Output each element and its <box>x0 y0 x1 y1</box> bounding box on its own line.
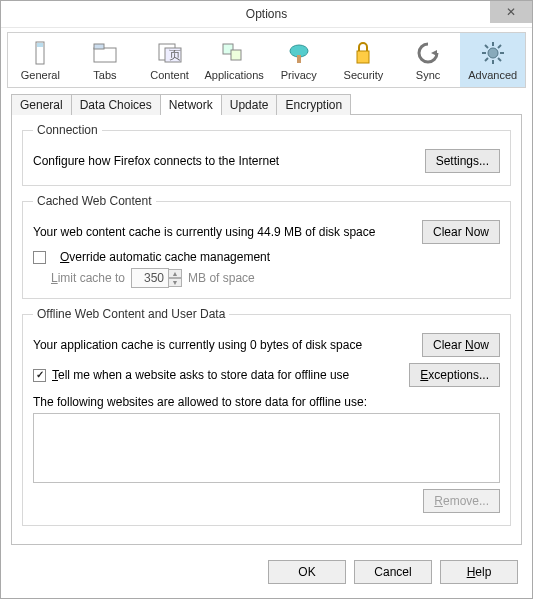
subtab-encryption[interactable]: Encryption <box>276 94 351 115</box>
offline-group: Offline Web Content and User Data Your a… <box>22 307 511 526</box>
cat-applications-label: Applications <box>204 69 265 81</box>
spin-down[interactable]: ▼ <box>168 278 182 287</box>
svg-rect-3 <box>94 44 104 49</box>
sync-icon <box>398 39 459 67</box>
limit-cache-input[interactable] <box>131 268 169 288</box>
connection-settings-button[interactable]: Settings... <box>425 149 500 173</box>
svg-point-13 <box>488 48 498 58</box>
svg-rect-1 <box>37 43 43 47</box>
cat-privacy[interactable]: Privacy <box>267 33 332 87</box>
subtab-network[interactable]: Network <box>160 94 222 115</box>
allowed-sites-listbox[interactable] <box>33 413 500 483</box>
cat-sync-label: Sync <box>398 69 459 81</box>
privacy-icon <box>269 39 330 67</box>
cat-advanced-label: Advanced <box>462 69 523 81</box>
general-icon <box>10 39 71 67</box>
cat-advanced[interactable]: Advanced <box>460 33 525 87</box>
titlebar: Options ✕ <box>1 1 532 28</box>
cache-usage-text: Your web content cache is currently usin… <box>33 225 375 239</box>
exceptions-button[interactable]: Exceptions... <box>409 363 500 387</box>
content-icon: 页 <box>139 39 200 67</box>
dialog-footer: OK Cancel Help <box>1 546 532 598</box>
advanced-network-panel: Connection Configure how Firefox connect… <box>11 114 522 545</box>
help-button[interactable]: Help <box>440 560 518 584</box>
cat-security[interactable]: Security <box>331 33 396 87</box>
window-title: Options <box>246 7 287 21</box>
limit-cache-suffix: MB of space <box>188 271 255 285</box>
svg-line-20 <box>485 58 488 61</box>
cat-security-label: Security <box>333 69 394 81</box>
spin-up[interactable]: ▲ <box>168 269 182 278</box>
connection-legend: Connection <box>33 123 102 137</box>
remove-site-button: Remove... <box>423 489 500 513</box>
svg-text:页: 页 <box>169 48 181 62</box>
svg-line-19 <box>498 58 501 61</box>
close-button[interactable]: ✕ <box>490 1 532 23</box>
subtab-update[interactable]: Update <box>221 94 278 115</box>
cancel-button[interactable]: Cancel <box>354 560 432 584</box>
svg-line-21 <box>498 45 501 48</box>
security-icon <box>333 39 394 67</box>
cache-group: Cached Web Content Your web content cach… <box>22 194 511 299</box>
cat-content[interactable]: 页 Content <box>137 33 202 87</box>
svg-rect-2 <box>94 48 116 62</box>
cat-content-label: Content <box>139 69 200 81</box>
ok-button[interactable]: OK <box>268 560 346 584</box>
svg-marker-12 <box>431 50 437 56</box>
override-cache-checkbox[interactable] <box>33 251 46 264</box>
cat-general[interactable]: General <box>8 33 73 87</box>
category-toolbar: General Tabs 页 Content Applications Priv… <box>7 32 526 88</box>
cat-sync[interactable]: Sync <box>396 33 461 87</box>
advanced-icon <box>462 39 523 67</box>
cat-privacy-label: Privacy <box>269 69 330 81</box>
subtab-general[interactable]: General <box>11 94 72 115</box>
connection-group: Connection Configure how Firefox connect… <box>22 123 511 186</box>
options-dialog: Options ✕ General Tabs 页 Content Applica… <box>0 0 533 599</box>
cache-clear-button[interactable]: Clear Now <box>422 220 500 244</box>
svg-rect-8 <box>231 50 241 60</box>
svg-line-18 <box>485 45 488 48</box>
limit-cache-prefix: Limit cache to <box>51 271 125 285</box>
cat-tabs[interactable]: Tabs <box>73 33 138 87</box>
override-cache-label: OOverride automatic cache managementverr… <box>60 250 270 264</box>
allowed-sites-label: The following websites are allowed to st… <box>33 395 500 409</box>
cat-tabs-label: Tabs <box>75 69 136 81</box>
offline-legend: Offline Web Content and User Data <box>33 307 229 321</box>
cache-legend: Cached Web Content <box>33 194 156 208</box>
tell-me-checkbox[interactable] <box>33 369 46 382</box>
tabs-icon <box>75 39 136 67</box>
limit-cache-spinner[interactable]: ▲▼ <box>131 268 182 288</box>
offline-usage-text: Your application cache is currently usin… <box>33 338 362 352</box>
svg-rect-11 <box>357 51 369 63</box>
tell-me-label: Tell me when a website asks to store dat… <box>52 368 349 382</box>
cat-applications[interactable]: Applications <box>202 33 267 87</box>
offline-clear-button[interactable]: Clear Now <box>422 333 500 357</box>
applications-icon <box>204 39 265 67</box>
cat-general-label: General <box>10 69 71 81</box>
connection-desc: Configure how Firefox connects to the In… <box>33 154 279 168</box>
subtab-data-choices[interactable]: Data Choices <box>71 94 161 115</box>
advanced-subtabs: General Data Choices Network Update Encr… <box>11 94 522 115</box>
svg-rect-10 <box>297 55 301 63</box>
